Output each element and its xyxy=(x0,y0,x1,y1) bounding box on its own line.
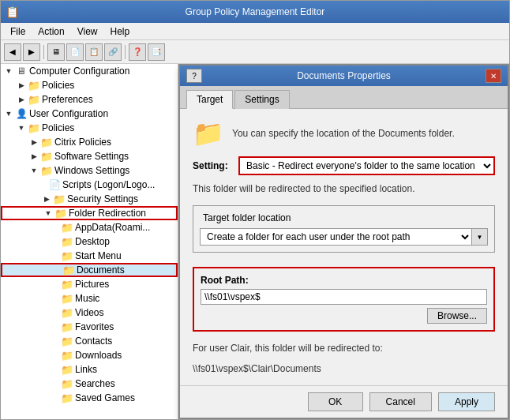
menu-action[interactable]: Action xyxy=(32,25,70,38)
menu-bar: File Action View Help xyxy=(1,23,509,40)
tree-item-contacts[interactable]: 📁 Contacts xyxy=(1,334,178,348)
expander-scripts[interactable] xyxy=(40,178,48,191)
expander-downloads[interactable] xyxy=(53,349,61,362)
target-folder-dropdown[interactable]: Create a folder for each user under the … xyxy=(201,229,471,245)
tree-item-policies-1[interactable]: ▶ 📁 Policies xyxy=(1,78,178,92)
tree-item-links[interactable]: 📁 Links xyxy=(1,362,178,377)
policies-1-label: Policies xyxy=(42,80,74,91)
tab-settings[interactable]: Settings xyxy=(234,90,289,109)
expander-searches[interactable] xyxy=(53,377,61,390)
target-folder-group: Target folder location Create a folder f… xyxy=(193,205,495,253)
dialog-close-button[interactable]: ✕ xyxy=(486,69,501,83)
tab-target[interactable]: Target xyxy=(186,90,233,109)
apply-button[interactable]: Apply xyxy=(438,392,495,411)
setting-select-wrapper: Basic - Redirect everyone's folder to th… xyxy=(238,156,495,175)
browse-row: Browse... xyxy=(201,308,487,324)
favorites-icon: 📁 xyxy=(61,321,73,333)
searches-label: Searches xyxy=(75,378,115,389)
tree-item-citrix[interactable]: ▶ 📁 Citrix Policies xyxy=(1,135,178,149)
expander-citrix[interactable]: ▶ xyxy=(28,136,40,148)
dialog-tabs: Target Settings xyxy=(180,86,508,109)
menu-file[interactable]: File xyxy=(4,25,32,38)
security-icon: 📁 xyxy=(53,193,66,205)
expander-saved-games[interactable] xyxy=(53,392,61,404)
expander-software[interactable]: ▶ xyxy=(28,150,40,163)
expander-music[interactable] xyxy=(53,292,61,305)
desktop-label: Desktop xyxy=(75,236,110,247)
expander-desktop[interactable] xyxy=(53,235,61,248)
tree-item-searches[interactable]: 📁 Searches xyxy=(1,377,178,391)
back-button[interactable]: ◀ xyxy=(4,43,21,61)
tree-item-favorites[interactable]: 📁 Favorites xyxy=(1,320,178,334)
setting-select[interactable]: Basic - Redirect everyone's folder to th… xyxy=(240,158,493,174)
root-path-label: Root Path: xyxy=(201,275,487,286)
tree-item-music[interactable]: 📁 Music xyxy=(1,291,178,306)
menu-help[interactable]: Help xyxy=(104,25,137,38)
folder-redir-label: Folder Redirection xyxy=(69,208,146,219)
expander-computer-config[interactable]: ▼ xyxy=(2,65,15,77)
tree-item-downloads[interactable]: 📁 Downloads xyxy=(1,348,178,362)
tree-item-scripts[interactable]: 📄 Scripts (Logon/Logo... xyxy=(1,178,178,192)
dialog-help-button[interactable]: ? xyxy=(186,69,202,83)
menu-view[interactable]: View xyxy=(71,25,104,38)
expander-appdata[interactable] xyxy=(53,221,61,234)
tree-item-start-menu[interactable]: 📁 Start Menu xyxy=(1,249,178,263)
tree-item-computer-config[interactable]: ▼ 🖥 Computer Configuration xyxy=(1,64,178,78)
tree-item-pictures[interactable]: 📁 Pictures xyxy=(1,277,178,291)
toolbar-btn-5[interactable]: 📋 xyxy=(85,43,103,61)
cancel-button[interactable]: Cancel xyxy=(369,392,432,411)
expander-security[interactable]: ▶ xyxy=(40,193,53,205)
tree-item-desktop[interactable]: 📁 Desktop xyxy=(1,234,178,249)
tree-item-user-config[interactable]: ▼ 👤 User Configuration xyxy=(1,107,178,121)
toolbar-btn-6[interactable]: 🔗 xyxy=(104,43,122,61)
user-config-label: User Configuration xyxy=(29,108,108,119)
expander-preferences[interactable]: ▶ xyxy=(15,93,28,106)
tree-item-policies-2[interactable]: ▼ 📁 Policies xyxy=(1,121,178,135)
forward-button[interactable]: ▶ xyxy=(23,43,40,61)
dialog-header: 📁 You can specify the location of the Do… xyxy=(193,118,495,148)
preferences-label: Preferences xyxy=(42,94,93,105)
tree-item-documents[interactable]: 📁 Documents xyxy=(1,263,178,277)
expander-links[interactable] xyxy=(53,363,61,376)
expander-contacts[interactable] xyxy=(53,335,61,347)
citrix-label: Citrix Policies xyxy=(54,137,111,148)
expander-videos[interactable] xyxy=(53,306,61,319)
software-icon: 📁 xyxy=(40,150,53,163)
security-label: Security Settings xyxy=(67,193,138,204)
expander-documents[interactable] xyxy=(54,264,62,276)
expander-favorites[interactable] xyxy=(53,321,61,333)
expander-user-config[interactable]: ▼ xyxy=(2,107,15,120)
toolbar-btn-7[interactable]: ❓ xyxy=(129,43,146,61)
setting-row: Setting: Basic - Redirect everyone's fol… xyxy=(193,156,495,175)
tree-item-videos[interactable]: 📁 Videos xyxy=(1,306,178,320)
expander-folder-redir[interactable]: ▼ xyxy=(42,207,54,219)
ok-button[interactable]: OK xyxy=(308,392,363,411)
expander-windows[interactable]: ▼ xyxy=(28,164,40,177)
expander-policies-2[interactable]: ▼ xyxy=(15,122,28,134)
toolbar-btn-3[interactable]: 🖥 xyxy=(47,43,65,61)
tree-item-security[interactable]: ▶ 📁 Security Settings xyxy=(1,192,178,206)
setting-label: Setting: xyxy=(193,160,232,171)
toolbar-btn-8[interactable]: 📑 xyxy=(148,43,165,61)
expander-pictures[interactable] xyxy=(53,278,61,291)
tree-item-appdata[interactable]: 📁 AppData(Roami... xyxy=(1,220,178,234)
dropdown-arrow-icon[interactable]: ▼ xyxy=(471,229,487,245)
tree-panel: ▼ 🖥 Computer Configuration ▶ 📁 Policies … xyxy=(1,64,178,419)
music-icon: 📁 xyxy=(61,292,73,305)
browse-button[interactable]: Browse... xyxy=(427,308,487,324)
downloads-label: Downloads xyxy=(75,350,122,361)
tree-item-software-settings[interactable]: ▶ 📁 Software Settings xyxy=(1,149,178,163)
expander-policies-1[interactable]: ▶ xyxy=(15,79,28,92)
toolbar-btn-4[interactable]: 📄 xyxy=(66,43,84,61)
tree-item-folder-redirection[interactable]: ▼ 📁 Folder Redirection xyxy=(1,206,178,220)
tree-item-windows-settings[interactable]: ▼ 📁 Windows Settings xyxy=(1,163,178,178)
toolbar-sep-2 xyxy=(125,45,126,59)
expander-start-menu[interactable] xyxy=(53,249,61,262)
pictures-label: Pictures xyxy=(75,279,109,290)
tree-item-preferences[interactable]: ▶ 📁 Preferences xyxy=(1,92,178,107)
dialog-title-bar: ? Documents Properties ✕ xyxy=(180,66,508,86)
documents-properties-dialog: ? Documents Properties ✕ Target Settings xyxy=(178,64,509,419)
root-path-input[interactable] xyxy=(201,289,487,305)
policies-2-icon: 📁 xyxy=(28,122,40,134)
tree-item-saved-games[interactable]: 📁 Saved Games xyxy=(1,391,178,405)
